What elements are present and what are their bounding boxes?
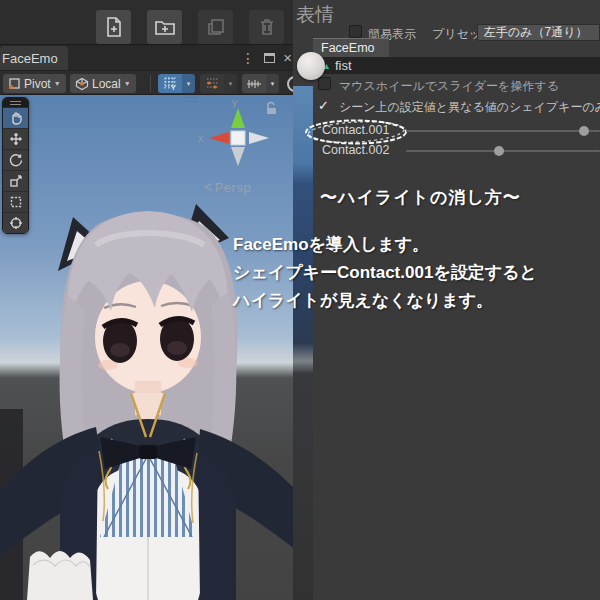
annotation-paragraph: FaceEmoを導入します。 シェイプキーContact.001を設定すると ハ…	[233, 231, 537, 315]
annotation-title: 〜ハイライトの消し方〜	[320, 186, 521, 209]
expression-panel: 表情 簡易表示 プリセット 左手のみ（7通り） FaceEmo ▲ fist マ…	[293, 0, 600, 600]
transform-icon	[9, 216, 23, 230]
annotation-line: ハイライトが見えなくなります。	[233, 287, 537, 315]
rotate-icon	[9, 153, 23, 167]
mousewheel-checkbox[interactable]	[318, 77, 331, 90]
gizmo-x-label: x	[198, 132, 204, 144]
local-label: Local	[92, 77, 121, 91]
local-toggle-button[interactable]: Local ▼	[70, 74, 136, 93]
unity-editor: FaceEmo ⋮ × Pivot ▼ Local ▼	[0, 0, 600, 600]
chevron-down-icon[interactable]: ▼	[224, 74, 237, 93]
mousewheel-option-row: マウスホイールでスライダーを操作する	[293, 77, 600, 93]
scale-tool-button[interactable]	[3, 170, 28, 191]
gesture-item-fist[interactable]: ▲ fist	[313, 57, 600, 74]
tab-faceemo-panel[interactable]: FaceEmo	[313, 38, 389, 57]
transform-tool-button[interactable]	[3, 212, 28, 233]
chevron-down-icon: ▼	[124, 80, 131, 87]
move-tool-button[interactable]	[3, 128, 28, 149]
scene-viewport[interactable]: y x <Persp	[0, 95, 297, 600]
new-asset-button[interactable]	[96, 10, 131, 44]
chevron-down-icon: ▼	[54, 80, 61, 87]
grid-y-icon: Y	[163, 76, 178, 91]
grid-snap-icon	[205, 76, 220, 91]
maximize-icon[interactable]	[264, 53, 275, 63]
slider-label: Contact.002	[322, 143, 389, 157]
gizmo-z-axis[interactable]	[249, 132, 269, 144]
slider-track[interactable]	[406, 130, 600, 132]
preset-dropdown[interactable]: 左手のみ（7通り）	[477, 24, 600, 41]
annotation-line: FaceEmoを導入します。	[233, 231, 537, 259]
pivot-label: Pivot	[24, 77, 51, 91]
persp-label: Persp	[215, 180, 251, 195]
rect-icon	[9, 195, 23, 209]
svg-text:Y: Y	[171, 84, 176, 91]
tab-faceemo-scene[interactable]: FaceEmo	[0, 46, 68, 71]
scene-window-tab-bar: FaceEmo ⋮ ×	[0, 44, 297, 70]
palette-drag-handle[interactable]	[3, 98, 28, 107]
gizmo-center-cube[interactable]	[231, 131, 245, 145]
new-folder-button[interactable]	[147, 10, 182, 44]
gesture-item-label: fist	[335, 58, 352, 73]
pivot-toggle-button[interactable]: Pivot ▼	[3, 74, 66, 93]
slider-label: Contact.001	[322, 123, 389, 137]
snap-increment-button[interactable]: ▼	[242, 74, 279, 93]
local-cube-icon	[75, 77, 89, 91]
scene-tool-palette	[2, 97, 29, 234]
simple-display-checkbox[interactable]	[349, 25, 362, 38]
window-menu-icon[interactable]: ⋮	[241, 50, 255, 66]
mousewheel-label: マウスホイールでスライダーを操作する	[339, 78, 559, 95]
scene-toolbar: Pivot ▼ Local ▼ Y	[0, 70, 297, 95]
blendshape-slider-row: Contact.001	[293, 121, 600, 141]
duplicate-button[interactable]	[198, 10, 233, 44]
persp-arrow-icon: <	[204, 179, 213, 195]
ruler-icon	[246, 77, 262, 91]
gizmo-neg-y-axis[interactable]	[231, 147, 245, 166]
blendshape-slider-row: Contact.002	[293, 141, 600, 161]
rect-tool-button[interactable]	[3, 191, 28, 212]
chevron-down-icon[interactable]: ▼	[182, 74, 195, 93]
move-icon	[9, 132, 23, 146]
gizmo-y-axis[interactable]	[231, 108, 245, 128]
persp-indicator[interactable]: <Persp	[204, 179, 251, 195]
new-folder-icon	[154, 17, 176, 37]
delete-button[interactable]	[249, 10, 284, 44]
hand-tool-button[interactable]	[3, 107, 28, 128]
slider-knob[interactable]	[579, 126, 589, 136]
slider-knob[interactable]	[494, 146, 504, 156]
copy-icon	[206, 17, 226, 37]
grid-snap-button[interactable]: ▼	[200, 74, 237, 93]
annotation-line: シェイプキーContact.001を設定すると	[233, 259, 537, 287]
scene-diff-option-row: ✓ シーン上の設定値と異なる値のシェイプキーのみ表示	[293, 98, 600, 114]
scene-diff-label: シーン上の設定値と異なる値のシェイプキーのみ表示	[339, 99, 600, 116]
trash-icon	[258, 17, 276, 37]
asset-toolbar	[0, 0, 297, 44]
avatar-thumbnail	[297, 52, 325, 80]
toolbar-separator	[150, 75, 151, 92]
checkmark-icon[interactable]: ✓	[318, 98, 329, 113]
lock-icon[interactable]	[264, 101, 279, 115]
rotate-tool-button[interactable]	[3, 149, 28, 170]
pivot-icon	[8, 77, 21, 90]
gizmo-y-label: y	[232, 96, 238, 108]
scene-gap-strip	[293, 86, 313, 600]
close-icon[interactable]: ×	[283, 50, 292, 66]
gizmo-x-axis[interactable]	[209, 132, 229, 144]
scale-icon	[9, 174, 23, 188]
slider-track[interactable]	[406, 150, 600, 152]
grid-visibility-button[interactable]: Y ▼	[158, 74, 195, 93]
hand-icon	[9, 111, 23, 125]
new-file-icon	[104, 16, 124, 38]
chevron-down-icon[interactable]: ▼	[266, 74, 279, 93]
